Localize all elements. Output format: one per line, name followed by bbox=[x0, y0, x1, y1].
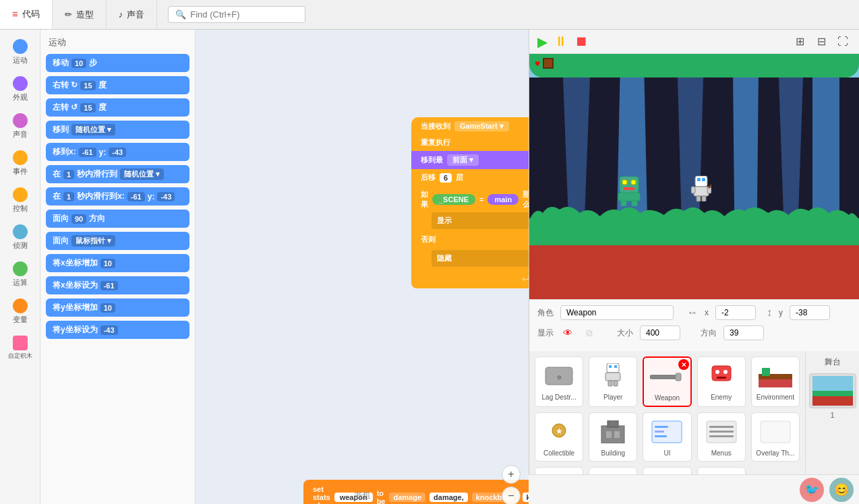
sprite-name-building: Building bbox=[601, 449, 625, 457]
sprite-cell-collectible[interactable]: ★ Collectible bbox=[535, 412, 583, 462]
tab-code-label: 代码 bbox=[22, 8, 40, 20]
block-back-layers: 后移 6 层 bbox=[411, 169, 529, 186]
enemy-sprite bbox=[617, 177, 641, 206]
code-canvas[interactable]: 当接收到 GameStart ▾ 重复执行 移到最 前面 ▾ 后移 6 层 如果… bbox=[196, 30, 529, 504]
csdn-avatar[interactable]: 🐦 bbox=[800, 478, 824, 502]
svg-rect-56 bbox=[812, 395, 853, 406]
block-glide-random[interactable]: 在 1 秒内滑行到 随机位置 ▾ bbox=[46, 165, 189, 183]
svg-rect-32 bbox=[762, 368, 770, 376]
sidebar-item-calc[interactable]: 运算 bbox=[3, 257, 38, 292]
sound-icon: ♪ bbox=[119, 9, 123, 20]
find-box[interactable]: 🔍 bbox=[168, 6, 305, 23]
layout-icon-1[interactable]: ⊞ bbox=[792, 34, 808, 50]
sprite-cell-environment[interactable]: Environment bbox=[751, 356, 800, 407]
pause-button[interactable]: ⏸ bbox=[554, 34, 568, 49]
sprite-name-input[interactable] bbox=[560, 305, 674, 320]
stage-thumb[interactable] bbox=[809, 373, 856, 408]
svg-rect-46 bbox=[709, 435, 734, 437]
sprite-cell-ui[interactable]: UI bbox=[643, 412, 691, 462]
top-bar: ≡ 代码 ✏ 造型 ♪ 声音 🔍 bbox=[0, 0, 859, 30]
svg-rect-41 bbox=[655, 431, 664, 433]
block-set-x[interactable]: 将x坐标设为 -61 bbox=[46, 276, 189, 294]
svg-rect-10 bbox=[622, 180, 627, 185]
hide-eye-icon[interactable]: ⊘ bbox=[582, 325, 597, 340]
svg-rect-42 bbox=[655, 435, 667, 437]
props-row-1: 角色 ↔ x ↕ y bbox=[537, 305, 851, 320]
block-goto-random[interactable]: 移到 随机位置 ▾ bbox=[46, 121, 189, 139]
svg-rect-11 bbox=[631, 180, 636, 185]
zoom-in-button[interactable]: + bbox=[502, 465, 521, 484]
stop-button[interactable]: ⏹ bbox=[574, 34, 588, 49]
sidebar-item-motion-label: 运动 bbox=[13, 55, 28, 65]
block-face-pointer[interactable]: 面向 鼠标指针 ▾ bbox=[46, 232, 189, 250]
blocks-panel: 运动 移动 10 步 右转 ↻ 15 度 左转 ↺ 15 度 移到 随机位置 ▾… bbox=[40, 30, 196, 504]
sidebar-item-looks-label: 外观 bbox=[13, 92, 28, 102]
svg-rect-40 bbox=[655, 426, 668, 428]
sprite-cell-building[interactable]: Building bbox=[589, 412, 637, 462]
tab-costume[interactable]: ✏ 造型 bbox=[53, 0, 107, 29]
sprite-cell-enemy[interactable]: Enemy bbox=[697, 356, 746, 407]
stage-num: 1 bbox=[830, 411, 834, 419]
block-change-x[interactable]: 将x坐标增加 10 bbox=[46, 254, 189, 272]
block-face-dir[interactable]: 面向 90 方向 bbox=[46, 210, 189, 228]
sidebar-item-variable[interactable]: 变量 bbox=[3, 294, 38, 329]
sprite-name-player: Player bbox=[603, 393, 622, 401]
sound-dot bbox=[13, 113, 28, 128]
block-change-y[interactable]: 将y坐标增加 10 bbox=[46, 298, 189, 317]
fullscreen-icon[interactable]: ⛶ bbox=[835, 34, 851, 50]
sidebar-item-event[interactable]: 事件 bbox=[3, 146, 38, 181]
name-label: 角色 bbox=[537, 307, 554, 319]
block-goto-xy[interactable]: 移到x: -61 y: -43 bbox=[46, 143, 189, 161]
show-label: 显示 bbox=[537, 327, 554, 339]
find-input[interactable] bbox=[190, 9, 298, 20]
zoom-out-button[interactable]: − bbox=[502, 486, 521, 504]
code-icon: ≡ bbox=[12, 8, 18, 20]
sidebar-item-control[interactable]: 控制 bbox=[3, 183, 38, 218]
block-turn-right[interactable]: 右转 ↻ 15 度 bbox=[46, 76, 189, 94]
tab-code[interactable]: ≡ 代码 bbox=[0, 0, 53, 29]
right-panel: ▶ ⏸ ⏹ ⊞ ⊟ ⛶ bbox=[529, 30, 859, 504]
sprite-cell-overlay[interactable]: Overlay Th... bbox=[751, 412, 800, 462]
svg-rect-13 bbox=[618, 193, 640, 201]
y-input[interactable] bbox=[790, 305, 830, 320]
dir-input[interactable] bbox=[723, 325, 764, 340]
sprite-cell-menus[interactable]: Menus bbox=[697, 412, 746, 462]
sidebar-item-calc-label: 运算 bbox=[13, 278, 28, 288]
block-glide-xy[interactable]: 在 1 秒内滑行到x: -61 y: -43 bbox=[46, 187, 189, 206]
sidebar-item-sound[interactable]: 声音 bbox=[3, 109, 38, 144]
x-input[interactable] bbox=[715, 305, 756, 320]
sidebar-item-custom[interactable]: 自定积木 bbox=[3, 332, 38, 365]
svg-rect-21 bbox=[605, 373, 620, 381]
sprite-cell-weapon[interactable]: ✕ Weapon bbox=[643, 356, 691, 407]
sidebar-item-motion[interactable]: 运动 bbox=[3, 35, 38, 69]
play-button[interactable]: ▶ bbox=[537, 34, 547, 50]
sidebar-item-detect[interactable]: 侦测 bbox=[3, 220, 38, 255]
svg-rect-24 bbox=[650, 375, 680, 379]
block-move[interactable]: 移动 10 步 bbox=[46, 54, 189, 72]
svg-rect-35 bbox=[601, 426, 624, 443]
svg-rect-30 bbox=[759, 378, 792, 387]
csdn-profile[interactable]: 😊 bbox=[829, 478, 854, 502]
svg-text:⚙: ⚙ bbox=[557, 375, 562, 381]
sprite-cell-player[interactable]: Player bbox=[589, 356, 637, 407]
sprite-name-lag: Lag Destr... bbox=[542, 393, 576, 401]
sprite-name-overlay: Overlay Th... bbox=[756, 449, 794, 457]
sprite-cell-lag[interactable]: ⚙ Lag Destr... bbox=[535, 356, 583, 407]
sprite-name-ui: UI bbox=[663, 449, 670, 457]
block-set-y[interactable]: 将y坐标设为 -43 bbox=[46, 321, 189, 339]
delete-weapon-badge[interactable]: ✕ bbox=[678, 359, 689, 370]
sidebar-item-looks[interactable]: 外观 bbox=[3, 72, 38, 106]
tab-sound[interactable]: ♪ 声音 bbox=[107, 0, 158, 29]
search-icon: 🔍 bbox=[175, 9, 186, 20]
svg-text:★: ★ bbox=[556, 427, 563, 436]
block-turn-left[interactable]: 左转 ↺ 15 度 bbox=[46, 98, 189, 117]
size-input[interactable] bbox=[640, 325, 680, 340]
game-view: ▶ ⏸ ⏹ ⊞ ⊟ ⛶ bbox=[529, 30, 859, 299]
zoom-controls: + − ⊡ bbox=[502, 465, 521, 504]
layout-icon-2[interactable]: ⊟ bbox=[813, 34, 829, 50]
sprite-props: 角色 ↔ x ↕ y 显示 👁 ⊘ 大小 方向 bbox=[529, 299, 859, 351]
show-eye-icon[interactable]: 👁 bbox=[560, 325, 575, 340]
sidebar-item-sound-label: 声音 bbox=[13, 129, 28, 139]
svg-rect-15 bbox=[632, 201, 637, 206]
svg-rect-20 bbox=[614, 365, 617, 368]
